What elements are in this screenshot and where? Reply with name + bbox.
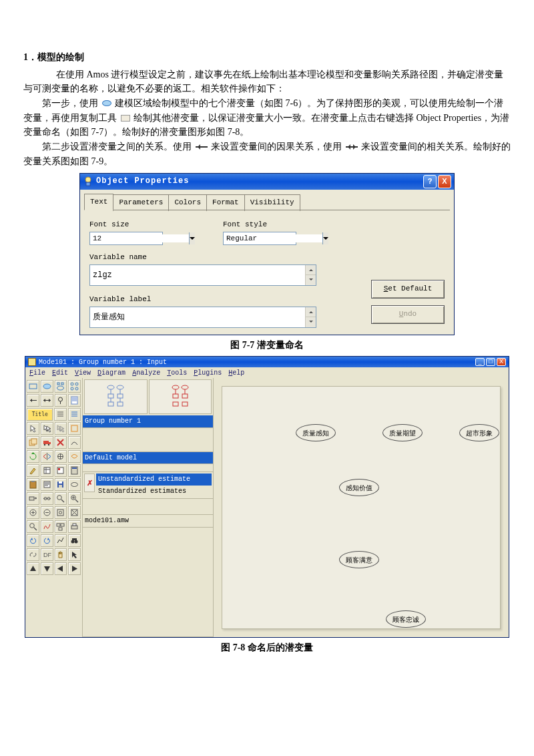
var-name-spin-down-icon[interactable] (305, 275, 316, 285)
tool-latent-indicator[interactable] (55, 380, 67, 393)
undo-button[interactable]: Undo (371, 305, 445, 324)
tool-object-props-icon[interactable] (68, 478, 81, 491)
tab-text[interactable]: Text (84, 194, 113, 210)
variable-label-field[interactable] (89, 307, 316, 328)
tool-fit-page-icon[interactable] (68, 506, 81, 519)
font-size-combo[interactable] (89, 232, 163, 245)
tool-spec-search-icon[interactable] (55, 534, 67, 547)
tool-rectangle[interactable] (27, 380, 39, 393)
var-label-spin-down-icon[interactable] (305, 317, 316, 327)
menu-edit[interactable]: Edit (52, 368, 68, 379)
var-name-spin-up-icon[interactable] (305, 265, 316, 276)
tool-undo-icon[interactable] (27, 534, 39, 547)
tool-nav-right-icon[interactable] (68, 562, 81, 575)
tool-zoom-out-icon[interactable] (41, 506, 53, 519)
group-list-selected[interactable]: Group number 1 (83, 415, 213, 428)
mode-path-diagram-button[interactable] (84, 379, 148, 414)
tool-touch-up-icon[interactable] (27, 464, 39, 477)
tool-zoom-in-icon[interactable] (27, 506, 39, 519)
latent-var-6[interactable]: 顾客忠诚 (386, 610, 426, 628)
tool-ellipse[interactable] (41, 380, 53, 393)
tool-error-variable[interactable] (55, 394, 67, 407)
tool-move-param-icon[interactable] (55, 450, 67, 463)
tool-add-indicator[interactable] (68, 380, 81, 393)
dialog-title-bar[interactable]: Object Properties ? X (80, 174, 454, 190)
variable-name-field[interactable] (89, 264, 316, 286)
menu-help[interactable]: Help (228, 368, 244, 379)
tool-save-icon[interactable] (55, 478, 67, 491)
font-size-dropdown-icon[interactable] (189, 232, 195, 244)
var-label-spin-up-icon[interactable] (305, 307, 316, 318)
latent-var-3[interactable]: 超市形象 (459, 424, 499, 441)
menu-diagram[interactable]: Diagram (97, 368, 125, 379)
tool-covariance-arrow[interactable] (41, 394, 53, 407)
tool-nav-down-icon[interactable] (41, 562, 53, 575)
font-style-dropdown-icon[interactable] (322, 232, 328, 244)
tool-zoom-icon[interactable] (68, 492, 81, 505)
amos-title-bar[interactable]: Mode101 : Group number 1 : Input _ □ X (25, 357, 509, 367)
menu-plugins[interactable]: Plugins (194, 368, 222, 379)
tool-select-all-icon[interactable] (41, 422, 53, 435)
tool-copy-icon[interactable] (27, 436, 39, 449)
tool-path-arrow[interactable] (27, 394, 39, 407)
menu-view[interactable]: View (75, 368, 91, 379)
tool-clipboard-icon[interactable] (27, 478, 39, 491)
dialog-help-button[interactable]: ? (423, 175, 437, 188)
tool-bayesian-icon[interactable] (41, 520, 53, 533)
tab-format[interactable]: Format (206, 194, 245, 211)
tool-preserve-sym-icon[interactable] (41, 492, 53, 505)
tool-zoom-page-icon[interactable] (55, 506, 67, 519)
tool-deselect-icon[interactable] (55, 422, 67, 435)
tool-nav-left-icon[interactable] (55, 562, 67, 575)
mode-output-diagram-button[interactable] (149, 379, 212, 414)
model-list-selected[interactable]: Default model (83, 452, 213, 465)
tool-list2-icon[interactable] (68, 408, 81, 421)
tool-binoculars-icon[interactable] (68, 534, 81, 547)
tool-redo-icon[interactable] (41, 534, 53, 547)
tool-drag-props-icon[interactable] (27, 492, 39, 505)
tool-link-icon[interactable] (27, 548, 39, 561)
tab-visibility[interactable]: Visibility (244, 194, 300, 211)
tool-erase-icon[interactable] (55, 436, 67, 449)
latent-var-2[interactable]: 质量期望 (382, 424, 423, 441)
estimates-close-icon[interactable]: ✗ (84, 474, 95, 492)
tool-analysis-props-icon[interactable] (55, 464, 67, 477)
tool-hand-icon[interactable] (68, 422, 81, 435)
tool-move-truck-icon[interactable] (41, 436, 53, 449)
tab-colors[interactable]: Colors (168, 194, 207, 211)
tool-rotate-icon[interactable] (27, 450, 39, 463)
menu-file[interactable]: File (29, 368, 45, 379)
latent-var-4[interactable]: 感知价值 (339, 479, 379, 496)
font-style-combo[interactable] (223, 232, 296, 245)
tool-drag-hand-icon[interactable] (55, 548, 67, 561)
tool-multi-group-icon[interactable] (55, 520, 67, 533)
tool-arrow-cursor-icon[interactable] (68, 548, 81, 561)
tool-text-output-icon[interactable] (41, 478, 53, 491)
menu-analyze[interactable]: Analyze (132, 368, 160, 379)
latent-var-5[interactable]: 顾客满意 (339, 551, 379, 568)
tool-select-one-icon[interactable] (27, 422, 39, 435)
tool-calculate-icon[interactable] (68, 464, 81, 477)
amos-drawing-sheet[interactable]: 质量感知 质量期望 超市形象 感知价值 顾客满意 顾客忠诚 (222, 386, 501, 629)
tool-loupe-icon[interactable] (27, 520, 39, 533)
tool-reflect-icon[interactable] (41, 450, 53, 463)
amos-minimize-button[interactable]: _ (475, 358, 485, 366)
font-style-input[interactable] (224, 234, 322, 242)
estimates-unstd-row[interactable]: Unstandardized estimate (96, 474, 212, 486)
dialog-close-button[interactable]: X (438, 175, 451, 188)
estimates-std-row[interactable]: Standardized estimates (96, 486, 212, 498)
tool-print-icon[interactable] (68, 520, 81, 533)
tool-zoom-select-icon[interactable] (55, 492, 67, 505)
amos-close-button[interactable]: X (497, 358, 506, 366)
tool-title[interactable]: Title (27, 408, 53, 421)
tool-scroll-icon[interactable] (68, 450, 81, 463)
tool-sheet-icon[interactable] (68, 394, 81, 407)
tool-list1-icon[interactable] (54, 408, 67, 421)
latent-var-1[interactable]: 质量感知 (296, 424, 336, 441)
tool-change-shape-icon[interactable] (68, 436, 81, 449)
menu-tools[interactable]: Tools (167, 368, 187, 379)
tool-nav-up-icon[interactable] (27, 562, 39, 575)
amos-maximize-button[interactable]: □ (486, 358, 495, 366)
tab-parameters[interactable]: Parameters (113, 194, 169, 211)
set-default-button[interactable]: Set Default (371, 280, 445, 299)
